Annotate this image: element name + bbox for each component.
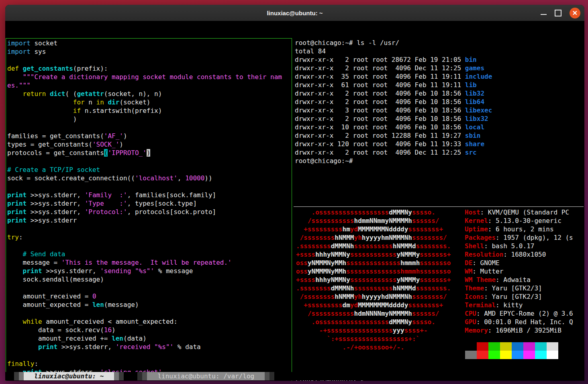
info-line: Terminal: kitty [465, 301, 573, 309]
info-line: WM: Mutter [465, 267, 573, 276]
tab-fade [114, 372, 119, 380]
tab-label: linuxiac@ubuntu: ~ [24, 372, 114, 380]
code-line: amount_expected = len(message) [7, 300, 282, 309]
text-segment: import [7, 48, 31, 55]
text-segment: sssso. [412, 208, 435, 216]
text-segment: % message [154, 267, 193, 275]
text-segment: : GNOME [472, 259, 499, 267]
text-segment: yd [350, 225, 358, 233]
code-line [7, 182, 282, 191]
text-segment: 'SOCK_' [92, 141, 119, 148]
code-line: import socket [7, 39, 282, 47]
neofetch-info: Host: KVM/QEMU (Standard PCKernel: 5.13.… [465, 208, 573, 335]
text-segment: : KVM/QEMU (Standard PC [480, 208, 570, 216]
tab-home[interactable]: linuxiac@ubuntu: ~ [14, 372, 124, 380]
palette-swatch [523, 342, 535, 351]
tab-fade [19, 372, 24, 380]
text-segment: libexec [465, 106, 492, 114]
text-segment: ssssssss+ [408, 225, 443, 233]
text-segment: : Adwaita [496, 276, 531, 284]
art-line: -+sssssssssssssssssyyyssss+- [296, 326, 451, 335]
palette-row [465, 342, 558, 351]
palette-swatch [547, 342, 558, 351]
text-segment: yyy [393, 327, 404, 334]
text-segment: amount_expected = [7, 301, 92, 308]
text-segment: amount_received < amount_expected: [42, 318, 178, 325]
info-line: CPU: AMD EPYC-Rome (2) @ 3.6 [465, 309, 573, 318]
minimize-icon[interactable] [541, 14, 547, 15]
text-segment: ssssssssss [354, 242, 393, 250]
text-segment: (data) [123, 335, 147, 342]
text-segment: 16 [104, 326, 112, 334]
code-line: ) [7, 115, 282, 123]
code-line: amount_received = 0 [7, 292, 282, 300]
text-segment: games [465, 64, 484, 72]
text-segment: try [7, 233, 19, 241]
ls-row: drwxr-xr-x 10 root root 4096 Feb 10 18:5… [295, 123, 492, 131]
text-segment: print [7, 191, 27, 199]
text-segment: drwxr-xr-x 61 root root 4096 Feb 11 19:1… [295, 81, 465, 89]
code-line: es.""" [7, 81, 282, 90]
text-segment: src [465, 149, 477, 156]
art-line: .ossssssssssssssssssdMMMNysssso. [296, 318, 451, 326]
text-segment: .ossssssssssssssssss [296, 208, 389, 216]
maximize-icon[interactable] [555, 10, 561, 16]
vim-pane[interactable]: import socketimport sys def get_constant… [6, 38, 292, 381]
text-segment: yNMMMNyMMh [308, 268, 346, 275]
text-segment: Memory [465, 327, 488, 334]
code-line: finally: [7, 359, 282, 368]
text-segment: sock = socket.create_connection(( [7, 174, 135, 182]
text-segment: hdmmNNmmyNMMMMh [354, 217, 412, 225]
text-segment: Shell [465, 242, 484, 250]
text-segment: ssssss/ [412, 217, 439, 225]
text-segment: : 1957 (dpkg), 12 (s [496, 234, 573, 241]
text-segment: hmmmh [400, 259, 420, 267]
tab-fade [137, 372, 142, 380]
code-line: for n in dir(socket) [7, 98, 282, 106]
text-segment: CPU [465, 310, 476, 317]
ls-pane[interactable]: root@chicago:~# ls -l /usr/total 84drwxr… [295, 39, 492, 165]
text-segment: es.""" [7, 82, 31, 89]
text-segment: local [465, 123, 484, 131]
text-segment: 'AF_' [104, 132, 123, 140]
text-segment: ) [123, 132, 127, 140]
info-line: Packages: 1957 (dpkg), 12 (s [465, 233, 573, 242]
art-line: +sssshhhyNMMNyssssssssssssyNMMMysssssss+ [296, 250, 451, 259]
text-segment: , types[sock.type] [127, 200, 197, 207]
text-segment: /ssssssss [296, 234, 335, 241]
text-segment: types = get_constants( [7, 141, 92, 148]
text-segment [7, 98, 73, 106]
text-segment: yh [354, 293, 362, 300]
text-segment: : [34, 360, 38, 368]
ls-row: drwxr-xr-x 2 root root 4096 Feb 10 18:56… [295, 114, 492, 123]
ls-row: total 84 [295, 47, 492, 55]
text-segment: ssss+- [404, 327, 428, 334]
text-segment: (socket, n), n) [104, 90, 162, 98]
info-line: Uptime: 6 hours, 2 mins [465, 225, 573, 233]
text-segment: ssssssssssssss [346, 259, 400, 267]
text-segment: yd [350, 301, 358, 309]
text-segment: len [112, 335, 123, 342]
text-segment: WM [465, 268, 472, 275]
palette-row [465, 351, 558, 359]
text-segment [7, 107, 73, 114]
ls-row: drwxr-xr-x 61 root root 4096 Feb 11 19:1… [295, 81, 492, 89]
text-segment: hdmNNNNmyNMMMMh [354, 310, 412, 317]
palette-swatch [477, 351, 488, 359]
text-segment: WM Theme [465, 276, 496, 284]
tab-fade [142, 372, 147, 380]
text-segment: finally [7, 360, 34, 368]
text-segment: getattr [77, 90, 104, 98]
tab-var-log[interactable]: linuxiac@ubuntu: /var/log [137, 372, 274, 380]
text-segment: sssssssssssssshmmmhssssssso [346, 268, 451, 275]
text-segment: GPU [465, 318, 476, 326]
text-segment: >>sys.stderr, [57, 343, 116, 351]
text-segment: yh [354, 234, 362, 241]
window-titlebar[interactable]: linuxiac@ubuntu: ~ ✕ [5, 5, 584, 21]
text-segment: hm [343, 225, 350, 233]
text-segment: sbin [465, 132, 481, 139]
close-icon[interactable]: ✕ [570, 8, 580, 18]
code-line: data = sock.recv(16) [7, 326, 282, 334]
pane-divider[interactable] [294, 206, 584, 207]
text-segment: .-/+oossssoo+/-. [296, 343, 404, 351]
